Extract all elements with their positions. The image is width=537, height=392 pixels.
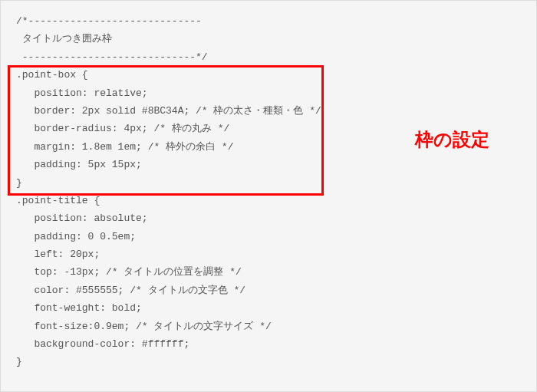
code-line: .point-title { [16, 192, 521, 209]
code-line: left: 20px; [16, 245, 521, 263]
code-line: -----------------------------*/ [16, 48, 521, 66]
code-line: font-size:0.9em; /* タイトルの文字サイズ */ [16, 318, 521, 335]
code-line: .point-box { [16, 66, 521, 84]
code-line: position: relative; [16, 84, 521, 102]
code-line: padding: 5px 15px; [16, 156, 521, 173]
code-line: top: -13px; /* タイトルの位置を調整 */ [16, 263, 521, 281]
code-line: font-weight: bold; [16, 299, 521, 317]
code-line: border: 2px solid #8BC34A; /* 枠の太さ・種類・色 … [16, 102, 521, 120]
code-line: position: absolute; [16, 209, 521, 227]
code-line: background-color: #ffffff; [16, 335, 521, 353]
code-line: } [16, 174, 521, 192]
code-block: /*----------------------------- タイトルつき囲み… [0, 0, 537, 392]
code-line: /*----------------------------- [16, 12, 521, 30]
code-line: padding: 0 0.5em; [16, 228, 521, 245]
code-line: } [16, 353, 521, 371]
code-line: タイトルつき囲み枠 [16, 30, 521, 48]
code-line: color: #555555; /* タイトルの文字色 */ [16, 282, 521, 299]
annotation-label: 枠の設定 [415, 123, 489, 156]
